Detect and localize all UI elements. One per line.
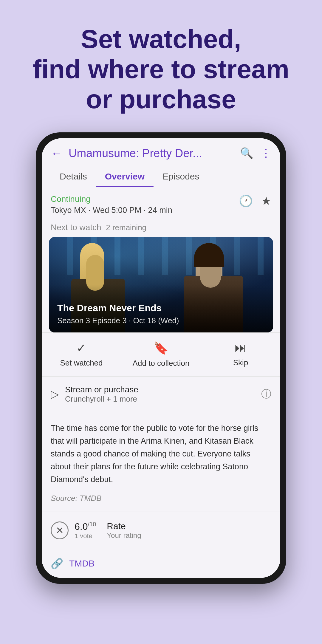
show-status: Continuing: [51, 194, 271, 204]
watch-history-icon[interactable]: 🕐: [239, 194, 253, 208]
episode-overlay: The Dream Never Ends Season 3 Episode 3 …: [49, 285, 273, 332]
checkmark-icon: ✓: [76, 341, 86, 355]
add-collection-label: Add to collection: [133, 359, 190, 368]
tmdb-label: TMDB: [69, 558, 95, 569]
next-watch-header: Next to watch 2 remaining: [42, 220, 280, 237]
rating-info: 6.0/10 1 vote: [75, 521, 96, 540]
app-bar: ← Umamusume: Pretty Der... 🔍 ⋮: [42, 138, 280, 166]
back-button[interactable]: ←: [51, 147, 63, 160]
tab-overview[interactable]: Overview: [96, 166, 154, 187]
show-quick-actions: 🕐 ★: [239, 194, 271, 208]
rating-icon: ✕: [51, 521, 69, 539]
phone-screen: ← Umamusume: Pretty Der... 🔍 ⋮ Details O…: [42, 138, 280, 578]
bookmark-icon[interactable]: ★: [261, 194, 271, 208]
rating-score: 6.0/10: [75, 521, 96, 532]
tab-bar: Details Overview Episodes: [42, 166, 280, 187]
stream-title: Stream or purchase: [65, 385, 261, 394]
app-bar-title: Umamusume: Pretty Der...: [69, 147, 234, 160]
show-info: Continuing Tokyo MX · Wed 5:00 PM · 24 m…: [42, 187, 280, 220]
next-watch-label: Next to watch: [51, 223, 101, 232]
rate-label: Rate: [107, 521, 141, 531]
play-icon: ▷: [51, 388, 59, 400]
tab-episodes[interactable]: Episodes: [154, 166, 208, 187]
rating-section: ✕ 6.0/10 1 vote Rate Your rating: [42, 512, 280, 549]
phone-device: ← Umamusume: Pretty Der... 🔍 ⋮ Details O…: [36, 132, 286, 584]
content-area: Continuing Tokyo MX · Wed 5:00 PM · 24 m…: [42, 187, 280, 578]
skip-icon: ⏭: [235, 341, 247, 354]
episode-actions: ✓ Set watched 🔖 Add to collection ⏭ Skip: [42, 332, 280, 377]
add-to-collection-button[interactable]: 🔖 Add to collection: [121, 333, 201, 376]
link-icon: 🔗: [51, 558, 63, 569]
show-meta: Tokyo MX · Wed 5:00 PM · 24 min: [51, 206, 271, 215]
rating-votes: 1 vote: [75, 532, 96, 540]
set-watched-button[interactable]: ✓ Set watched: [42, 333, 121, 376]
tab-details[interactable]: Details: [51, 166, 96, 187]
tmdb-link[interactable]: 🔗 TMDB: [42, 549, 280, 578]
app-bar-actions: 🔍 ⋮: [240, 147, 271, 160]
info-icon[interactable]: ⓘ: [261, 387, 271, 401]
hero-title: Set watched,find where to streamor purch…: [33, 24, 290, 114]
skip-button[interactable]: ⏭ Skip: [201, 333, 280, 376]
rate-sublabel: Your rating: [107, 531, 141, 540]
description-section: The time has come for the public to vote…: [42, 412, 280, 512]
set-watched-label: Set watched: [60, 358, 103, 368]
remaining-count: 2 remaining: [106, 223, 146, 232]
skip-label: Skip: [233, 358, 248, 367]
collection-icon: 🔖: [154, 341, 168, 355]
episode-meta: Season 3 Episode 3 · Oct 18 (Wed): [57, 316, 265, 325]
description-text: The time has come for the public to vote…: [51, 422, 271, 486]
stream-row[interactable]: ▷ Stream or purchase Crunchyroll + 1 mor…: [42, 377, 280, 412]
episode-title: The Dream Never Ends: [57, 303, 265, 314]
episode-card[interactable]: The Dream Never Ends Season 3 Episode 3 …: [49, 237, 273, 332]
more-button[interactable]: ⋮: [261, 147, 271, 160]
rate-button[interactable]: Rate Your rating: [107, 521, 141, 540]
search-button[interactable]: 🔍: [240, 147, 253, 160]
description-source: Source: TMDB: [51, 492, 271, 505]
stream-subtitle: Crunchyroll + 1 more: [65, 394, 261, 404]
hero-section: Set watched,find where to streamor purch…: [15, 0, 307, 132]
stream-info: Stream or purchase Crunchyroll + 1 more: [65, 385, 261, 404]
